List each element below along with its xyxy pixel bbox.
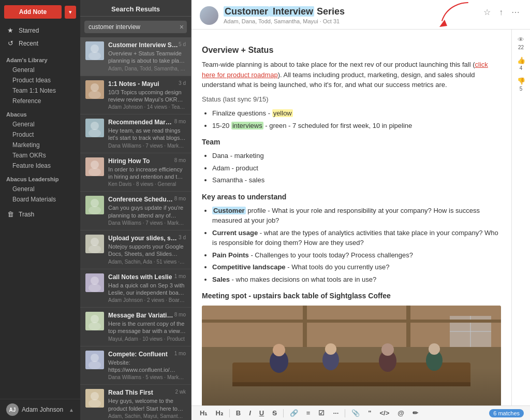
code-button[interactable]: </> [377, 408, 391, 418]
like-widget[interactable]: 👍 4 [517, 56, 525, 71]
result-title: Message Bar Variations - Q1 [108, 312, 174, 319]
sidebar-item-reference[interactable]: Reference [0, 96, 80, 106]
yellow-highlight: yellow [272, 109, 293, 117]
result-meta: Adam Johnson · 2 views · Board Materials [108, 297, 186, 303]
h2-button[interactable]: H₂ [213, 408, 225, 418]
result-title: 1:1 Notes - Mayui [108, 80, 159, 88]
result-item[interactable]: Read This First2 wkHey guys, welcome to … [80, 385, 191, 420]
svg-point-10 [91, 161, 99, 169]
svg-point-19 [91, 277, 99, 285]
result-item[interactable]: Hiring How To8 moIn order to increase ef… [80, 153, 191, 192]
dislike-widget[interactable]: 👎 5 [517, 77, 525, 92]
result-item[interactable]: Compete: Confluent1 moWebsite: https://w… [80, 346, 191, 385]
sidebar-item-leadership-general[interactable]: General [0, 184, 80, 194]
matches-badge: 6 matches [489, 409, 524, 417]
user-profile[interactable]: AJ Adam Johnson ▲ [0, 399, 80, 420]
add-note-button[interactable]: Add Note [4, 5, 62, 19]
star-button[interactable]: ☆ [481, 6, 493, 18]
svg-point-20 [89, 284, 101, 292]
result-content: Message Bar Variations - Q18 moHere is t… [108, 312, 186, 342]
result-avatar [85, 41, 104, 60]
result-item[interactable]: Message Bar Variations - Q18 moHere is t… [80, 308, 191, 346]
list-button[interactable]: ≡ [304, 408, 313, 418]
share-button[interactable]: ↑ [497, 7, 505, 18]
key-area-customer-text: profile - What is your role and responsi… [212, 207, 480, 225]
key-area-competitive-text: - What tools do you currently use? [286, 263, 390, 271]
result-item[interactable]: Customer Interview Series5 dOverview + S… [80, 37, 191, 76]
result-snippet: Overview + Status Teamwide planning is a… [108, 50, 186, 65]
result-item[interactable]: Recommended Marketing ....8 moHey team, … [80, 114, 191, 153]
chevron-up-icon: ▲ [69, 407, 74, 413]
result-item[interactable]: Upload your slides, spread...3 dNotejoy … [80, 230, 191, 269]
result-snippet: Can you guys update if you're planning t… [108, 204, 186, 219]
trash-section: 🗑 Trash [0, 205, 80, 221]
at-button[interactable]: @ [395, 408, 406, 418]
svg-point-5 [89, 91, 101, 99]
result-title: Compete: Confluent [108, 351, 168, 358]
h1-button[interactable]: H₁ [198, 408, 209, 418]
recent-icon: ↺ [6, 39, 14, 47]
note-content[interactable]: Overview + Status Team-wide planning is … [192, 30, 511, 405]
sidebar-item-product-ideas[interactable]: Product Ideas [0, 75, 80, 85]
team-item-dana: Dana - marketing [212, 151, 501, 161]
result-meta: Adam, Sachin, Mayui, Samantha · 76 views [108, 413, 186, 419]
result-item[interactable]: 1:1 Notes - Mayui3 d10/3 Topics upcoming… [80, 76, 191, 115]
underline-button[interactable]: U [257, 408, 266, 418]
toolbar-separator-3 [345, 409, 345, 417]
svg-rect-36 [202, 347, 501, 405]
svg-point-4 [91, 83, 99, 92]
svg-point-7 [91, 122, 99, 130]
sidebar-item-starred[interactable]: ★ Starred [0, 24, 80, 37]
result-age: 1 mo [174, 351, 186, 356]
more-button[interactable]: ⋯ [509, 6, 522, 18]
result-avatar [85, 80, 104, 99]
sidebar-item-abacus-team-okrs[interactable]: Team OKRs [0, 150, 80, 161]
result-meta: Mayui, Adam · 10 views · Product [108, 336, 186, 342]
sidebar-item-team-notes[interactable]: Team 1:1 Notes [0, 85, 80, 96]
sidebar-item-trash[interactable]: 🗑 Trash [0, 208, 80, 221]
svg-rect-38 [232, 382, 470, 386]
attach-button[interactable]: 📎 [349, 408, 362, 418]
green-highlight: interviews [231, 122, 263, 129]
library-name: Abacus [0, 108, 80, 119]
result-avatar [85, 119, 104, 137]
svg-point-46 [429, 343, 440, 355]
italic-button[interactable]: I [247, 408, 253, 418]
more-format-button[interactable]: ··· [331, 408, 341, 418]
svg-point-14 [89, 206, 101, 214]
checklist-button[interactable]: ☑ [316, 408, 327, 418]
header-actions: ☆ ↑ ⋯ [481, 6, 522, 18]
eye-icon: 👁 [518, 36, 524, 44]
clear-search-button[interactable]: × [180, 23, 184, 31]
star-icon: ★ [6, 26, 14, 34]
svg-rect-47 [450, 316, 491, 347]
strikethrough-button[interactable]: S [270, 408, 279, 418]
sidebar-item-abacus-general[interactable]: General [0, 119, 80, 129]
trash-icon: 🗑 [6, 210, 14, 218]
key-area-sales-label: Sales [212, 276, 230, 283]
result-snippet: Had a quick call on Sep 3 with Leslie, o… [108, 282, 186, 297]
sidebar-item-abacus-product[interactable]: Product [0, 129, 80, 140]
result-item[interactable]: Call Notes with Leslie1 moHad a quick ca… [80, 269, 191, 308]
result-age: 8 mo [174, 196, 186, 201]
result-snippet: 10/3 Topics upcoming design review revie… [108, 89, 186, 104]
result-item[interactable]: Conference Schedule 20178 moCan you guys… [80, 192, 191, 230]
team-list: Dana - marketing Adam - product Samantha… [212, 151, 501, 185]
bold-button[interactable]: B [234, 408, 243, 418]
pencil-button[interactable]: ✏ [410, 408, 420, 418]
result-meta: Adam, Sachin, Ada · 51 views · Marketing [108, 259, 186, 265]
sidebar-item-board-materials[interactable]: Board Materials [0, 194, 80, 205]
result-snippet: Hey guys, welcome to the product folder!… [108, 397, 186, 412]
sidebar-item-abacus-feature-ideas[interactable]: Feature Ideas [0, 161, 80, 171]
search-input[interactable] [84, 21, 187, 33]
sidebar-item-recent[interactable]: ↺ Recent [0, 37, 80, 50]
sidebar-item-general[interactable]: General [0, 65, 80, 75]
sidebar-nav: ★ Starred ↺ Recent [0, 22, 80, 52]
result-content: Conference Schedule 20178 moCan you guys… [108, 196, 186, 226]
result-meta: Dana Williams · 5 views · Marketing [108, 374, 186, 380]
add-note-chevron-button[interactable]: ▾ [65, 6, 76, 19]
sidebar-item-abacus-marketing[interactable]: Marketing [0, 140, 80, 150]
svg-point-40 [273, 344, 285, 356]
quote-button[interactable]: " [366, 408, 373, 418]
link-button[interactable]: 🔗 [288, 408, 300, 418]
